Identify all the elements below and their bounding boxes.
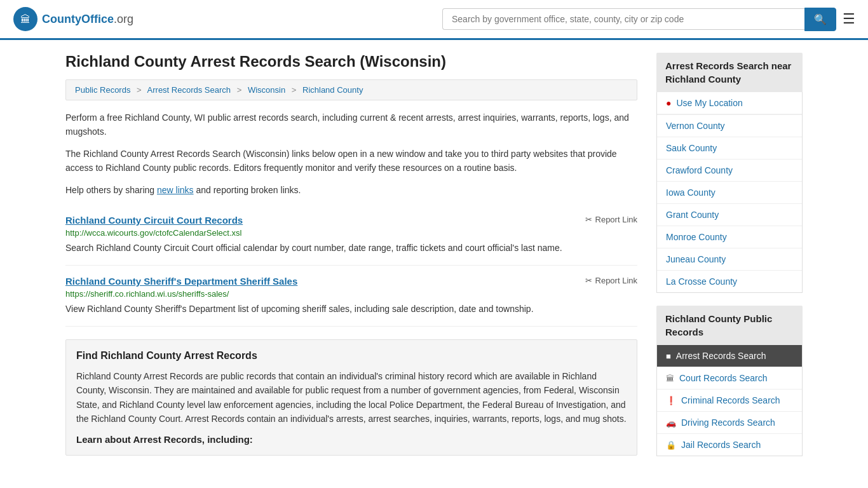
content-wrapper: Richland County Arrest Records Search (W… [53, 40, 815, 482]
nearby-list: ● Use My Location Vernon County Sauk Cou… [656, 92, 803, 293]
resource-title-1[interactable]: Richland County Circuit Court Records [65, 215, 243, 226]
menu-button[interactable]: ☰ [843, 12, 855, 26]
resource-card-1: Richland County Circuit Court Records ✂ … [65, 205, 637, 266]
nearby-county-link-0[interactable]: Vernon County [657, 115, 802, 137]
nearby-county-link-5[interactable]: Monroe County [657, 226, 802, 248]
logo-icon: 🏛 [13, 6, 38, 32]
public-record-link-3[interactable]: 🚗 Driving Records Search [657, 412, 802, 433]
location-pin-icon: ● [666, 98, 671, 108]
find-section: Find Richland County Arrest Records Rich… [65, 339, 637, 456]
sidebar: Arrest Records Search near Richland Coun… [656, 53, 803, 469]
search-button[interactable]: 🔍 [804, 8, 836, 31]
nearby-county-0[interactable]: Vernon County [657, 115, 802, 137]
nearby-county-link-6[interactable]: Juneau County [657, 248, 802, 270]
logo-text: CountyOffice.org [42, 13, 133, 26]
court-icon: 🏛 [666, 374, 674, 383]
nearby-county-5[interactable]: Monroe County [657, 226, 802, 248]
breadcrumb: Public Records > Arrest Records Search >… [65, 79, 637, 100]
resource-url-2[interactable]: https://sheriff.co.richland.wi.us/sherif… [65, 289, 637, 299]
resource-desc-2: View Richland County Sheriff's Departmen… [65, 302, 637, 316]
description-3: Help others by sharing new links and rep… [65, 183, 637, 197]
public-record-4[interactable]: 🔒 Jail Records Search [657, 434, 802, 456]
public-records-list: ■ Arrest Records Search 🏛 Court Records … [656, 345, 803, 456]
nearby-county-7[interactable]: La Crosse County [657, 271, 802, 292]
resource-url-1[interactable]: http://wcca.wicourts.gov/ctofcCalendarSe… [65, 228, 637, 238]
nearby-county-1[interactable]: Sauk County [657, 137, 802, 159]
find-section-heading: Find Richland County Arrest Records [76, 350, 627, 362]
public-record-1[interactable]: 🏛 Court Records Search [657, 367, 802, 390]
resource-card-2: Richland County Sheriff's Department She… [65, 266, 637, 327]
description-1: Perform a free Richland County, WI publi… [65, 111, 637, 139]
breadcrumb-wisconsin[interactable]: Wisconsin [248, 85, 285, 95]
header: 🏛 CountyOffice.org 🔍 ☰ [0, 0, 868, 40]
new-links-link[interactable]: new links [157, 185, 194, 195]
scissors-icon-2: ✂ [585, 276, 592, 285]
nearby-county-link-2[interactable]: Crawford County [657, 159, 802, 181]
nearby-county-link-4[interactable]: Grant County [657, 204, 802, 226]
use-location-item[interactable]: ● Use My Location [657, 92, 802, 115]
find-section-body: Richland County Arrest Records are publi… [76, 369, 627, 426]
breadcrumb-arrest-records[interactable]: Arrest Records Search [147, 85, 231, 95]
report-link-btn-2[interactable]: ✂ Report Link [585, 276, 637, 285]
public-records-section: Richland County Public Records ■ Arrest … [656, 306, 803, 456]
search-input[interactable] [442, 8, 804, 30]
nearby-heading: Arrest Records Search near Richland Coun… [656, 53, 803, 92]
nearby-county-link-3[interactable]: Iowa County [657, 182, 802, 203]
learn-heading: Learn about Arrest Records, including: [76, 434, 627, 445]
public-record-link-2[interactable]: ❗ Criminal Records Search [657, 390, 802, 411]
main-content: Richland County Arrest Records Search (W… [65, 53, 637, 469]
nearby-county-4[interactable]: Grant County [657, 204, 802, 226]
search-area: 🔍 ☰ [442, 8, 855, 31]
nearby-section: Arrest Records Search near Richland Coun… [656, 53, 803, 293]
nearby-county-link-1[interactable]: Sauk County [657, 137, 802, 159]
public-record-3[interactable]: 🚗 Driving Records Search [657, 412, 802, 434]
breadcrumb-richland-county[interactable]: Richland County [302, 85, 363, 95]
resource-desc-1: Search Richland County Circuit Court off… [65, 241, 637, 255]
arrest-icon: ■ [666, 351, 671, 361]
scissors-icon: ✂ [585, 215, 592, 224]
public-record-link-4[interactable]: 🔒 Jail Records Search [657, 434, 802, 456]
nearby-county-3[interactable]: Iowa County [657, 182, 802, 204]
resource-title-2[interactable]: Richland County Sheriff's Department She… [65, 276, 297, 287]
description-2: The Richland County Arrest Records Searc… [65, 147, 637, 175]
breadcrumb-public-records[interactable]: Public Records [75, 85, 130, 95]
public-record-0[interactable]: ■ Arrest Records Search [657, 345, 802, 367]
criminal-icon: ❗ [666, 396, 676, 405]
nearby-county-6[interactable]: Juneau County [657, 248, 802, 271]
driving-icon: 🚗 [666, 418, 676, 428]
jail-icon: 🔒 [666, 440, 676, 450]
public-record-link-1[interactable]: 🏛 Court Records Search [657, 367, 802, 389]
logo[interactable]: 🏛 CountyOffice.org [13, 6, 133, 32]
public-record-link-0[interactable]: ■ Arrest Records Search [657, 345, 802, 367]
report-link-btn-1[interactable]: ✂ Report Link [585, 215, 637, 224]
page-title: Richland County Arrest Records Search (W… [65, 53, 637, 71]
svg-text:🏛: 🏛 [20, 14, 31, 25]
nearby-county-2[interactable]: Crawford County [657, 159, 802, 182]
nearby-county-link-7[interactable]: La Crosse County [657, 271, 802, 292]
use-location-link[interactable]: ● Use My Location [657, 92, 802, 114]
public-record-2[interactable]: ❗ Criminal Records Search [657, 390, 802, 412]
public-records-heading: Richland County Public Records [656, 306, 803, 345]
